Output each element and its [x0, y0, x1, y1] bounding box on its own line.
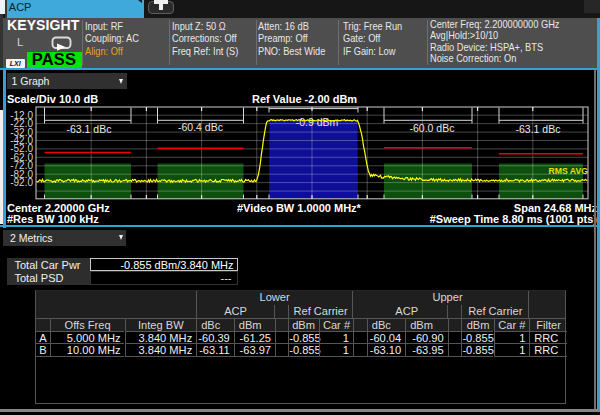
- svg-text:-60.4 dBc: -60.4 dBc: [178, 121, 223, 133]
- svg-text:RMS AVG: RMS AVG: [548, 166, 588, 176]
- svg-text:-60.0 dBc: -60.0 dBc: [410, 122, 455, 134]
- svg-text:-92.0: -92.0: [10, 177, 33, 188]
- svg-text:-63.1 dBc: -63.1 dBc: [67, 123, 112, 135]
- svg-text:-63.1 dBc: -63.1 dBc: [516, 123, 561, 135]
